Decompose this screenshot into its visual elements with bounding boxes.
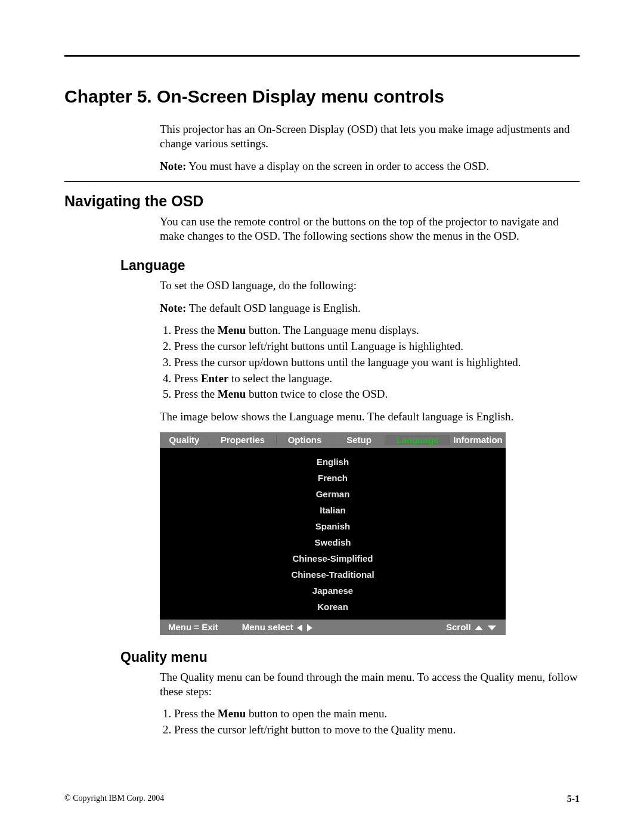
page-number: 5-1: [567, 794, 580, 804]
triangle-up-icon: [475, 625, 483, 630]
osd-lang-item: Chinese-Traditional: [160, 566, 506, 583]
osd-footer-scroll: Scroll: [446, 622, 497, 632]
osd-footer-exit: Menu = Exit: [168, 622, 218, 632]
osd-footer-select: Menu select: [242, 622, 314, 632]
step: Press the Menu button to open the main m…: [174, 707, 580, 721]
note-label: Note:: [160, 160, 186, 172]
language-steps: Press the Menu button. The Language menu…: [160, 323, 580, 401]
triangle-right-icon: [307, 624, 312, 631]
intro-note: Note: You must have a display on the scr…: [160, 159, 580, 174]
osd-tab-setup: Setup: [333, 435, 385, 445]
language-note-text: The default OSD language is English.: [186, 302, 361, 314]
copyright: © Copyright IBM Corp. 2004: [64, 794, 164, 804]
osd-tab-information: Information: [450, 435, 506, 445]
language-note: Note: The default OSD language is Englis…: [160, 301, 580, 315]
language-heading: Language: [120, 258, 580, 274]
intro-note-text: You must have a display on the screen in…: [186, 160, 489, 172]
step: Press the cursor left/right buttons unti…: [174, 339, 580, 354]
page-footer: © Copyright IBM Corp. 2004 5-1: [64, 794, 580, 804]
quality-body: The Quality menu can be found through th…: [160, 670, 580, 699]
osd-figure: Quality Properties Options Setup Languag…: [160, 432, 506, 635]
intro-paragraph: This projector has an On-Screen Display …: [160, 122, 580, 151]
osd-lang-item: English: [160, 454, 506, 470]
osd-lang-item: Chinese-Simplified: [160, 550, 506, 566]
osd-tab-options: Options: [277, 435, 333, 445]
osd-footer: Menu = Exit Menu select Scroll: [160, 620, 506, 635]
note-label: Note:: [160, 302, 186, 314]
osd-language-list: English French German Italian Spanish Sw…: [160, 448, 506, 620]
osd-lang-item: French: [160, 470, 506, 486]
language-caption: The image below shows the Language menu.…: [160, 410, 580, 424]
language-intro: To set the OSD language, do the followin…: [160, 278, 580, 293]
osd-lang-item: Italian: [160, 502, 506, 518]
step: Press the Menu button twice to close the…: [174, 387, 580, 401]
triangle-left-icon: [297, 624, 302, 631]
quality-steps: Press the Menu button to open the main m…: [160, 707, 580, 737]
chapter-title: Chapter 5. On-Screen Display menu contro…: [64, 86, 580, 107]
navigating-body: You can use the remote control or the bu…: [160, 215, 580, 243]
quality-heading: Quality menu: [120, 649, 580, 665]
step: Press the cursor left/right button to mo…: [174, 723, 580, 737]
osd-lang-item: Swedish: [160, 534, 506, 550]
top-rule: [64, 55, 580, 57]
triangle-down-icon: [488, 625, 496, 630]
osd-lang-item: Japanese: [160, 583, 506, 599]
osd-lang-item: German: [160, 486, 506, 502]
osd-tab-language: Language: [385, 435, 450, 445]
osd-lang-item: Spanish: [160, 518, 506, 534]
navigating-heading: Navigating the OSD: [64, 193, 580, 210]
osd-tabbar: Quality Properties Options Setup Languag…: [160, 432, 506, 448]
step: Press the cursor up/down buttons until t…: [174, 355, 580, 370]
osd-tab-quality: Quality: [160, 435, 209, 445]
osd-lang-item: Korean: [160, 599, 506, 615]
step: Press the Menu button. The Language menu…: [174, 323, 580, 337]
section-rule: [64, 181, 580, 182]
osd-tab-properties: Properties: [209, 435, 277, 445]
step: Press Enter to select the language.: [174, 371, 580, 386]
